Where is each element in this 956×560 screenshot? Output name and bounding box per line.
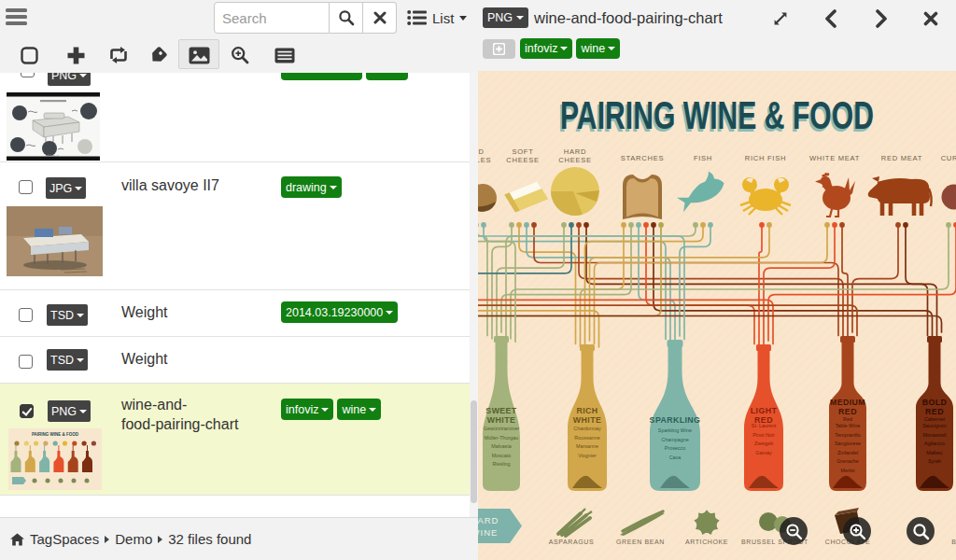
refresh-button[interactable]	[105, 41, 133, 69]
chevron-down-icon	[386, 311, 393, 315]
tag-button[interactable]	[145, 41, 173, 69]
svg-text:Gamay: Gamay	[755, 450, 772, 455]
home-icon[interactable]	[10, 533, 24, 546]
breadcrumb-location[interactable]: TagSpaces	[30, 531, 99, 547]
zoom-search-button[interactable]	[226, 41, 254, 69]
svg-text:Malvasia: Malvasia	[491, 443, 511, 449]
file-type-badge[interactable]: TSD	[47, 304, 88, 326]
next-file-button[interactable]	[870, 7, 893, 30]
svg-text:SWEET: SWEET	[485, 406, 517, 415]
tag-chip[interactable]: wine	[337, 399, 381, 420]
svg-text:RED MEAT: RED MEAT	[881, 154, 922, 162]
add-tag-button[interactable]	[483, 39, 515, 59]
select-all-button[interactable]	[15, 41, 43, 69]
file-checkbox[interactable]	[19, 308, 33, 322]
file-viewer-panel: PNG wine-and-food-pairing-chart infoviz …	[478, 0, 956, 560]
chevron-down-icon	[330, 186, 337, 189]
file-name[interactable]: Weight	[121, 302, 168, 322]
scrollbar-thumb[interactable]	[471, 400, 477, 503]
svg-text:Cabernet: Cabernet	[924, 416, 946, 422]
svg-text:STARCHES: STARCHES	[621, 154, 664, 162]
svg-text:Red: Red	[843, 416, 852, 422]
svg-text:HARD: HARD	[564, 147, 586, 156]
tag-chip[interactable]: infoviz	[281, 399, 333, 420]
breadcrumb-folder[interactable]: Demo	[115, 531, 152, 547]
file-checkbox[interactable]	[19, 355, 33, 369]
file-thumbnail[interactable]	[7, 92, 100, 164]
svg-text:WHITE: WHITE	[573, 415, 601, 425]
tag-chip[interactable]: infoviz	[520, 38, 572, 59]
search-icon	[338, 9, 355, 26]
file-thumbnail[interactable]: PAIRING WINE & FOOD	[8, 428, 102, 494]
search-button[interactable]	[330, 2, 363, 34]
close-viewer-button[interactable]	[920, 7, 942, 30]
file-checkbox[interactable]	[19, 180, 33, 194]
svg-text:CURED MEAT: CURED MEAT	[941, 154, 956, 162]
tag-chip[interactable]: wine	[576, 38, 620, 59]
file-checkbox-checked[interactable]	[20, 404, 34, 418]
file-type-badge[interactable]: JPG	[46, 177, 86, 199]
file-list-panel: List	[0, 0, 478, 560]
file-tags: infoviz wine	[281, 399, 381, 420]
chevron-down-icon	[369, 408, 376, 412]
svg-text:Merlot: Merlot	[841, 468, 855, 473]
status-bar: TagSpaces Demo 32 files found	[0, 517, 478, 560]
tag-chip[interactable]: 2014.03.19230000	[281, 301, 398, 323]
tag-chip[interactable]	[366, 73, 408, 80]
chevron-down-icon	[79, 74, 87, 77]
svg-text:Viognier: Viognier	[578, 453, 597, 458]
file-tags: drawing	[281, 176, 342, 198]
tag-chip[interactable]	[281, 73, 362, 80]
svg-text:Cava: Cava	[669, 455, 682, 460]
previous-file-button[interactable]	[819, 7, 841, 30]
viewer-file-title: wine-and-food-pairing-chart	[534, 9, 723, 27]
svg-text:ARTICHOKE: ARTICHOKE	[685, 539, 728, 545]
svg-text:FISH: FISH	[694, 154, 712, 162]
chevron-down-icon	[560, 47, 568, 50]
watercolor-villa-thumb	[7, 206, 103, 276]
file-type-badge[interactable]: PNG	[48, 400, 91, 422]
fullscreen-button[interactable]	[769, 7, 792, 30]
svg-text:Moscato: Moscato	[492, 453, 511, 458]
file-type-badge[interactable]: TSD	[47, 349, 88, 371]
image-preview[interactable]: PAIRING WINE & FOODPAIRING WINE & FOODRO…	[478, 71, 956, 560]
file-checkbox[interactable]	[21, 73, 35, 77]
close-icon	[373, 11, 387, 24]
image-view-button[interactable]	[185, 41, 213, 69]
plus-icon	[493, 43, 505, 55]
chevron-down-icon	[77, 314, 84, 317]
file-name[interactable]: Weight	[121, 349, 168, 369]
tag-chip[interactable]: drawing	[281, 176, 342, 198]
file-thumbnail[interactable]	[7, 206, 103, 280]
svg-text:WHITE: WHITE	[487, 415, 515, 425]
zoom-fit-button[interactable]	[907, 517, 935, 545]
chevron-right-icon	[105, 536, 109, 543]
zoom-out-button[interactable]	[780, 517, 808, 545]
list-icon	[407, 9, 427, 26]
svg-text:Marsanne: Marsanne	[576, 443, 598, 449]
mini-thumb-title: PAIRING WINE & FOOD	[32, 432, 79, 437]
zoom-in-button[interactable]	[843, 517, 871, 545]
svg-text:LIGHT: LIGHT	[751, 406, 778, 415]
chevron-down-icon	[516, 16, 524, 20]
clear-search-button[interactable]	[363, 2, 397, 34]
svg-text:Müller-Thurgau: Müller-Thurgau	[485, 435, 519, 441]
chevron-left-icon	[824, 9, 836, 28]
file-name[interactable]: wine-and-food-pairing-chart	[121, 395, 238, 434]
menu-icon[interactable]	[4, 7, 32, 28]
search-input[interactable]	[214, 2, 330, 34]
svg-text:Champagne: Champagne	[661, 437, 688, 442]
row-divider	[0, 336, 478, 337]
add-file-button[interactable]	[62, 41, 90, 69]
svg-text:Grenache: Grenache	[836, 458, 859, 464]
file-name[interactable]: villa savoye II7	[121, 175, 219, 195]
file-tags: 2014.03.19230000	[281, 301, 398, 323]
svg-text:Chardonnay: Chardonnay	[573, 426, 601, 431]
view-mode-dropdown[interactable]: List	[407, 6, 467, 30]
file-list: PNG	[0, 73, 478, 517]
svg-text:Sparkling Wine: Sparkling Wine	[658, 427, 692, 433]
file-type-badge[interactable]: PNG	[48, 73, 91, 86]
details-view-button[interactable]	[271, 41, 299, 69]
viewer-file-type-badge[interactable]: PNG	[483, 7, 528, 28]
svg-text:BLUE CHEESE: BLUE CHEESE	[951, 539, 956, 545]
